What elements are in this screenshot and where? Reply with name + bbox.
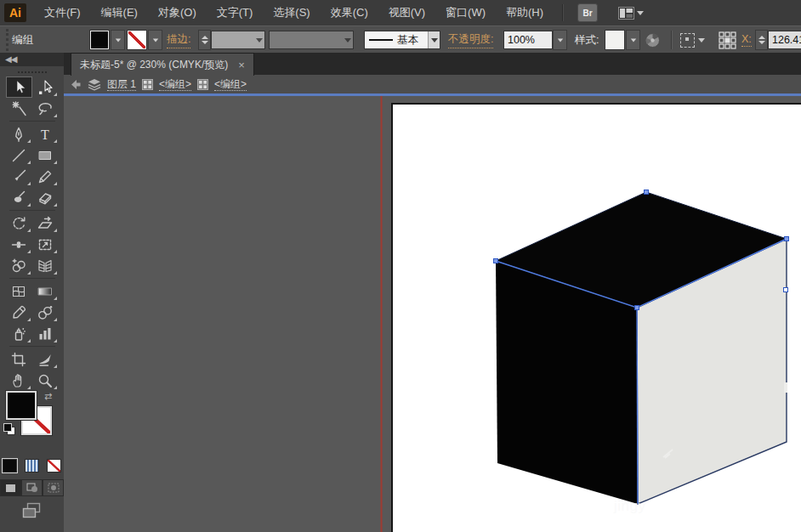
pen-icon: [10, 126, 27, 143]
artboard-tool[interactable]: [6, 348, 32, 370]
type-tool[interactable]: T: [32, 123, 59, 144]
slice-tool[interactable]: [32, 348, 59, 370]
stroke-swatch[interactable]: [128, 31, 146, 49]
breadcrumb-group-1[interactable]: <编组>: [159, 78, 191, 91]
fill-color-control[interactable]: [90, 26, 125, 54]
swap-fill-stroke-icon[interactable]: ⇄: [44, 391, 52, 402]
perspective-grid-tool[interactable]: [32, 255, 59, 276]
paintbrush-tool[interactable]: [6, 166, 32, 187]
brush-definition-combo[interactable]: 基本: [364, 31, 440, 49]
tools-panel-header[interactable]: ◀◀: [0, 53, 64, 66]
slice-icon: [37, 351, 54, 368]
back-arrow-icon[interactable]: [70, 79, 82, 90]
fill-swatch[interactable]: [90, 31, 109, 49]
menu-window[interactable]: 窗口(W): [435, 0, 496, 25]
symbol-sprayer-tool[interactable]: [6, 323, 32, 344]
recolor-artwork-button[interactable]: [645, 26, 661, 54]
pen-tool[interactable]: [6, 123, 32, 144]
direct-selection-tool[interactable]: [32, 76, 59, 98]
column-graph-tool[interactable]: [32, 323, 59, 344]
style-swatch[interactable]: [605, 31, 624, 49]
gradient-icon: [37, 283, 54, 300]
opacity-field[interactable]: 100%: [503, 31, 553, 49]
fill-dropdown-button[interactable]: [111, 30, 125, 50]
isolate-selection-button[interactable]: [680, 26, 705, 54]
close-icon[interactable]: ×: [238, 59, 245, 71]
zoom-tool[interactable]: [32, 370, 59, 391]
breadcrumb-group-2[interactable]: <编组>: [214, 78, 247, 91]
gradient-tool[interactable]: [32, 280, 59, 302]
anchor-point[interactable]: [785, 237, 789, 241]
screen-mode-control: [0, 502, 64, 519]
stroke-weight-combo[interactable]: [211, 31, 265, 49]
mesh-tool[interactable]: [6, 280, 32, 302]
magic-wand-tool[interactable]: [6, 98, 32, 119]
rotate-tool[interactable]: [6, 212, 32, 234]
canvas[interactable]: jingy: [64, 96, 801, 532]
eraser-icon: [37, 190, 54, 207]
eyedropper-tool[interactable]: [6, 302, 32, 323]
x-coordinate-stepper[interactable]: [755, 30, 768, 50]
hand-tool[interactable]: [6, 370, 32, 391]
fill-proxy-swatch[interactable]: [6, 391, 37, 420]
draw-inside-button[interactable]: [43, 479, 64, 496]
tools-panel: ◀◀ T: [0, 53, 65, 532]
scale-tool[interactable]: [32, 212, 59, 234]
x-coordinate-field[interactable]: 126.41: [768, 31, 801, 49]
width-icon: [10, 236, 27, 253]
selection-tool[interactable]: [6, 76, 32, 98]
rectangle-tool[interactable]: [32, 144, 59, 166]
menu-effect[interactable]: 效果(C): [321, 0, 378, 25]
stroke-weight-stepper[interactable]: [198, 30, 211, 50]
style-control[interactable]: [605, 26, 640, 54]
free-transform-tool[interactable]: [32, 234, 59, 255]
menu-type[interactable]: 文字(T): [207, 0, 264, 25]
screen-mode-icon[interactable]: [21, 502, 43, 519]
opacity-label[interactable]: 不透明度:: [448, 26, 493, 54]
menu-help[interactable]: 帮助(H): [496, 0, 554, 25]
chevron-down-icon: [698, 38, 705, 42]
lasso-tool[interactable]: [32, 98, 59, 119]
document-tab[interactable]: 未标题-5* @ 230% (CMYK/预览) ×: [71, 53, 254, 76]
bridge-button[interactable]: Br: [577, 3, 598, 22]
reference-point-selector[interactable]: [719, 26, 736, 54]
blend-tool[interactable]: [32, 302, 59, 323]
eraser-tool[interactable]: [32, 187, 59, 208]
none-button[interactable]: [47, 459, 61, 473]
anchor-point[interactable]: [635, 306, 639, 310]
width-profile-combo[interactable]: [269, 31, 354, 49]
anchor-point[interactable]: [494, 259, 498, 263]
draw-normal-button[interactable]: [0, 479, 21, 496]
workspace-switcher-button[interactable]: [618, 7, 644, 20]
stroke-dropdown-button[interactable]: [148, 30, 162, 50]
stroke-color-control[interactable]: [128, 26, 162, 54]
step-down-icon: [758, 41, 765, 44]
control-separator: [671, 31, 673, 49]
blob-brush-tool[interactable]: [6, 187, 32, 208]
menu-file[interactable]: 文件(F): [34, 0, 91, 25]
draw-normal-icon: [5, 484, 16, 493]
style-dropdown-button[interactable]: [626, 30, 640, 50]
x-coordinate-label: X:: [741, 26, 752, 54]
style-label: 样式:: [575, 26, 599, 54]
width-tool[interactable]: [6, 234, 32, 255]
anchor-point[interactable]: [645, 190, 649, 195]
draw-behind-button[interactable]: [21, 479, 43, 496]
color-button[interactable]: [3, 459, 17, 473]
anchor-point[interactable]: [784, 288, 788, 292]
line-segment-tool[interactable]: [6, 144, 32, 166]
breadcrumb-layer[interactable]: 图层 1: [107, 78, 136, 91]
menu-object[interactable]: 对象(O): [148, 0, 207, 25]
gradient-button[interactable]: [25, 459, 39, 473]
pencil-tool[interactable]: [32, 166, 59, 187]
opacity-dropdown-button[interactable]: [553, 30, 567, 50]
control-bar-grip[interactable]: [0, 29, 9, 51]
draw-inside-icon: [48, 483, 60, 493]
menu-view[interactable]: 视图(V): [378, 0, 435, 25]
shape-builder-tool[interactable]: [6, 255, 32, 276]
tools-panel-grip[interactable]: [18, 71, 47, 73]
stroke-weight-label[interactable]: 描边:: [167, 26, 190, 54]
menu-select[interactable]: 选择(S): [263, 0, 320, 25]
group-icon: [142, 79, 153, 90]
menu-edit[interactable]: 编辑(E): [91, 0, 148, 25]
